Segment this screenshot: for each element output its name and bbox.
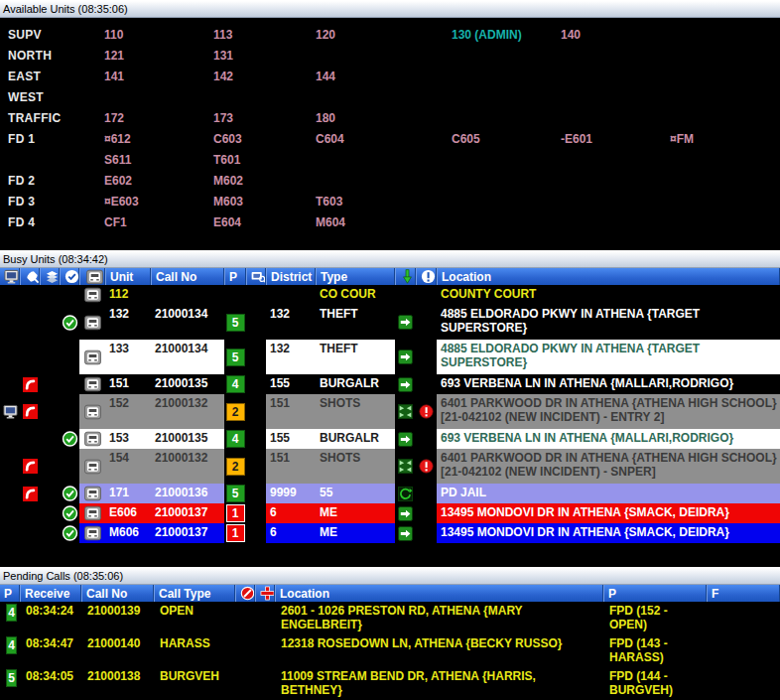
col-vehicle[interactable]: [79, 268, 105, 285]
available-unit[interactable]: CF1: [96, 215, 205, 229]
available-unit[interactable]: 110: [96, 28, 205, 42]
available-unit[interactable]: C603: [205, 132, 308, 146]
available-units-row: S611T601: [0, 149, 780, 170]
pending-row[interactable]: 408:34:2421000139OPEN2601 - 1026 PRESTON…: [0, 602, 780, 634]
vehicle-cell: [79, 503, 105, 523]
phone-slot: [20, 429, 40, 449]
col-call-no[interactable]: Call No: [151, 268, 224, 285]
col-f[interactable]: F: [707, 585, 780, 602]
status-cell: [395, 374, 416, 394]
available-unit[interactable]: 140: [553, 28, 662, 42]
col-no-entry[interactable]: [235, 585, 255, 602]
busy-row[interactable]: 132210001345132THEFT4885 ELDORADO PKWY I…: [0, 305, 780, 340]
busy-row[interactable]: 171210001365999955PD JAIL: [0, 484, 780, 503]
available-unit[interactable]: S611: [96, 153, 205, 167]
type-cell: SHOTS: [316, 449, 395, 484]
check-circle-icon: [65, 269, 79, 284]
available-unit[interactable]: T601: [205, 153, 308, 167]
available-unit[interactable]: 173: [205, 111, 308, 125]
available-unit[interactable]: 131: [205, 49, 308, 63]
col-alert[interactable]: [416, 268, 437, 285]
car-icon: [84, 376, 101, 392]
col-p-label: P: [229, 270, 237, 284]
available-units-panel: SUPV110113120130 (ADMIN)140NORTH121131EA…: [0, 18, 780, 250]
col-pending-location[interactable]: Location: [275, 585, 603, 602]
car-icon: [84, 486, 101, 501]
col-pending-location-label: Location: [280, 587, 329, 601]
available-unit[interactable]: E604: [205, 215, 308, 229]
col-district[interactable]: District: [266, 268, 316, 285]
location-cell: 6401 PARKWOOD DR IN ATHENA {ATHENA HIGH …: [437, 394, 780, 429]
col-status[interactable]: [395, 268, 416, 285]
busy-row[interactable]: E6062100013716ME13495 MONDOVI DR IN ATHE…: [0, 503, 780, 523]
pending-row[interactable]: 408:34:4721000140HARASS12318 ROSEDOWN LN…: [0, 634, 780, 667]
col-assigned[interactable]: P: [603, 585, 707, 602]
busy-row[interactable]: 154210001322151SHOTS6401 PARKWOOD DR IN …: [0, 449, 780, 484]
monitor-icon: [3, 404, 18, 419]
available-unit[interactable]: 142: [205, 70, 308, 83]
unit-cell: 151: [105, 374, 151, 394]
available-unit[interactable]: 180: [308, 111, 444, 125]
available-unit[interactable]: M602: [205, 174, 308, 188]
priority-badge: 4: [226, 430, 245, 448]
no-entry-slot: [235, 602, 255, 634]
col-pending-call-no[interactable]: Call No: [81, 585, 154, 602]
receive-cell: 08:34:47: [20, 634, 81, 667]
available-unit[interactable]: E602: [96, 174, 205, 188]
col-layers[interactable]: [40, 268, 60, 285]
col-priority[interactable]: P: [224, 268, 246, 285]
available-unit[interactable]: T603: [308, 195, 444, 209]
contract-arrows-icon: [398, 459, 413, 474]
busy-row[interactable]: 133210001345132THEFT4885 ELDORADO PKWY I…: [0, 340, 780, 374]
satellite-icon: [25, 269, 40, 284]
location-cell: 2601 - 1026 PRESTON RD, ATHENA {MARY ENG…: [275, 602, 603, 634]
pending-calls-title: Pending Calls (08:35:06): [3, 570, 123, 582]
priority-cell: 5: [0, 667, 20, 700]
alert-cell: [416, 394, 437, 429]
available-unit[interactable]: 130 (ADMIN): [444, 28, 553, 42]
available-unit[interactable]: 121: [96, 49, 205, 63]
available-unit[interactable]: -E601: [553, 132, 662, 146]
col-call-type[interactable]: Call Type: [154, 585, 235, 602]
available-unit[interactable]: 172: [96, 111, 205, 125]
unit-cell: 153: [105, 429, 151, 449]
busy-row[interactable]: 153210001354155BURGALR693 VERBENA LN IN …: [0, 429, 780, 449]
status-cell: [395, 523, 416, 543]
pending-calls-titlebar: Pending Calls (08:35:06): [0, 567, 780, 585]
available-unit[interactable]: M604: [308, 215, 444, 229]
col-location[interactable]: Location: [437, 268, 780, 285]
col-monitor[interactable]: [0, 268, 20, 285]
car-icon: [84, 287, 101, 303]
busy-row[interactable]: 151210001354155BURGALR693 VERBENA LN IN …: [0, 374, 780, 394]
available-unit[interactable]: ¤FM: [662, 132, 780, 146]
col-pending-priority[interactable]: P: [0, 585, 20, 602]
available-unit[interactable]: ¤612: [96, 132, 205, 146]
available-unit[interactable]: 120: [308, 28, 444, 42]
col-type[interactable]: Type: [316, 268, 395, 285]
no-entry-slot: [235, 634, 255, 667]
type-cell: ME: [316, 523, 395, 543]
check-icon: [62, 486, 78, 501]
col-view[interactable]: [246, 268, 266, 285]
busy-row[interactable]: 112CO COURCOUNTY COURT: [0, 285, 780, 305]
available-unit[interactable]: M603: [205, 195, 308, 209]
pending-row[interactable]: 508:34:0521000138BURGVEH11009 STREAM BEN…: [0, 667, 780, 700]
col-medical[interactable]: [255, 585, 275, 602]
col-unit[interactable]: Unit: [105, 268, 151, 285]
priority-badge: 2: [226, 403, 245, 421]
dispatch-arrow-icon: [398, 526, 413, 541]
priority-badge: 5: [6, 669, 17, 687]
available-unit[interactable]: 144: [308, 70, 444, 83]
busy-row[interactable]: 152210001322151SHOTS6401 PARKWOOD DR IN …: [0, 394, 780, 429]
available-unit[interactable]: C604: [308, 132, 444, 146]
available-unit[interactable]: 113: [205, 28, 308, 42]
col-satellite[interactable]: [20, 268, 40, 285]
available-unit[interactable]: 141: [96, 70, 205, 83]
priority-badge: 1: [226, 524, 245, 542]
available-unit[interactable]: C605: [444, 132, 553, 146]
busy-row[interactable]: M6062100013716ME13495 MONDOVI DR IN ATHE…: [0, 523, 780, 543]
col-receive[interactable]: Receive: [20, 585, 81, 602]
available-unit[interactable]: ¤E603: [96, 195, 205, 209]
col-check[interactable]: [60, 268, 79, 285]
available-units-row: NORTH121131: [0, 45, 780, 66]
